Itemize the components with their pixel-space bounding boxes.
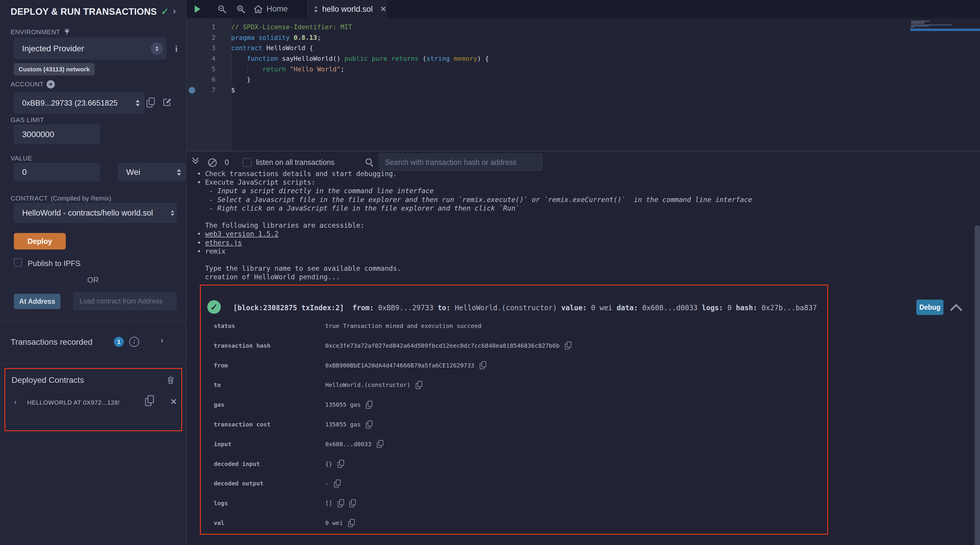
terminal-line: The following libraries are accessible: [197, 221, 752, 230]
tab-hello-world-sol[interactable]: hello world.sol ✕ [307, 0, 387, 18]
code-line[interactable]: $ [231, 85, 489, 96]
deploy-button[interactable]: Deploy [14, 233, 66, 250]
tx-summary-line[interactable]: [block:23082875 txIndex:2] from: 0xBB9..… [233, 304, 817, 312]
code-editor: Home hello world.sol ✕ 1234567 // SPDX-L… [186, 0, 980, 151]
environment-info-icon[interactable]: i [175, 44, 178, 54]
copy-value-icon[interactable] [480, 361, 486, 369]
line-number[interactable]: 4 [186, 53, 216, 64]
deploy-run-panel: DEPLOY & RUN TRANSACTIONS✓ › ENVIRONMENT… [0, 0, 186, 545]
deployed-contracts-title: Deployed Contracts [11, 375, 84, 385]
code-content[interactable]: // SPDX-License-Identifier: MITpragma so… [231, 22, 489, 96]
zoom-out-icon[interactable] [218, 5, 227, 14]
network-badge: Custom (43113) network [14, 63, 95, 75]
clear-console-icon[interactable] [208, 158, 217, 167]
value-input[interactable] [14, 163, 100, 182]
copy-value-icon[interactable] [334, 480, 340, 488]
run-script-play-icon[interactable] [194, 5, 201, 14]
search-icon [366, 158, 372, 164]
line-number[interactable]: 2 [186, 32, 216, 43]
transactions-expand-chevron-icon[interactable]: › [161, 336, 163, 345]
code-line[interactable]: return "Hello World"; [231, 64, 489, 75]
terminal-link[interactable]: ethers.js [205, 239, 242, 247]
copy-deployed-address-icon[interactable] [145, 395, 154, 406]
listen-transactions-checkbox[interactable] [243, 158, 251, 167]
tx-detail-label: decoded output [214, 479, 264, 488]
expand-terminal-icon[interactable] [193, 158, 198, 163]
copy-value-icon[interactable] [366, 401, 372, 409]
tx-success-check-icon: ✓ [207, 300, 221, 314]
line-number[interactable]: 5 [186, 64, 216, 75]
code-line[interactable]: pragma solidity 0.8.13; [231, 32, 489, 43]
terminal-line [197, 213, 752, 221]
editor-tabbar: Home hello world.sol ✕ [186, 0, 980, 18]
add-account-icon[interactable]: + [46, 80, 55, 88]
copy-value-icon[interactable] [349, 499, 356, 507]
zoom-in-icon[interactable] [237, 5, 246, 14]
tx-detail-label: from [214, 361, 228, 370]
panel-collapse-chevron-icon[interactable]: › [173, 5, 176, 16]
publish-ipfs-checkbox[interactable] [14, 258, 22, 267]
line-number[interactable]: 1 [186, 22, 216, 32]
terminal-line: - Input a script directly in the command… [197, 187, 752, 195]
tx-detail-label: input [214, 440, 231, 449]
remove-deployed-contract-icon[interactable]: ✕ [170, 397, 177, 406]
copy-value-icon[interactable] [348, 519, 355, 527]
terminal-line: • Check transactions details and start d… [197, 170, 752, 178]
tx-detail-row: val0 wei [201, 518, 820, 527]
code-line[interactable]: contract HelloWorld { [231, 43, 489, 53]
at-address-button[interactable]: At Address [14, 294, 60, 309]
code-line[interactable]: function sayHelloWorld() public pure ret… [231, 53, 489, 64]
copy-value-icon[interactable] [337, 460, 344, 468]
contract-select[interactable]: HelloWorld - contracts/hello world.sol [14, 203, 177, 223]
tab-home[interactable]: Home [267, 5, 288, 14]
tx-detail-row: logs[] [201, 499, 820, 508]
account-label: ACCOUNT + [11, 80, 55, 88]
environment-select[interactable]: Injected Provider [14, 38, 167, 60]
transactions-info-icon[interactable]: i [129, 337, 139, 347]
copy-value-icon[interactable] [337, 499, 344, 507]
load-contract-address-input[interactable] [73, 292, 177, 310]
tx-detail-value: 0xBB900BbE1A20dA4d474666B79a5fa6CE126297… [325, 361, 486, 370]
tx-detail-row: toHelloWorld.(constructor) [201, 381, 820, 389]
terminal-scrollbar[interactable] [975, 225, 980, 545]
terminal-link[interactable]: web3 version 1.5.2 [205, 230, 278, 238]
copy-value-icon[interactable] [416, 381, 422, 389]
deployed-contracts-highlight: Deployed Contracts › HELLOWORLD AT 0X972… [5, 368, 182, 431]
code-line[interactable]: // SPDX-License-Identifier: MIT [231, 22, 489, 32]
terminal-search-input[interactable] [379, 154, 542, 171]
copy-value-icon[interactable] [377, 440, 383, 448]
tx-detail-label: logs [214, 499, 228, 508]
minimap-line [911, 23, 924, 24]
terminal-line: - Select a Javascript file in the file e… [197, 196, 752, 204]
tx-detail-label: to [214, 381, 221, 389]
debug-button[interactable]: Debug [916, 300, 943, 315]
line-number[interactable]: 6 [186, 74, 216, 85]
tx-detail-label: gas [214, 400, 224, 409]
tx-detail-label: status [214, 322, 235, 330]
account-select-arrows-icon [135, 100, 140, 107]
terminal-line: • remix [197, 247, 752, 256]
copy-account-icon[interactable] [146, 97, 155, 108]
close-tab-icon[interactable]: ✕ [380, 5, 386, 13]
copy-value-icon[interactable] [366, 421, 372, 429]
tx-detail-row: input0x608...d0033 [201, 440, 820, 449]
value-unit-select[interactable]: Wei [118, 163, 186, 182]
home-icon[interactable] [253, 5, 263, 14]
transactions-count-badge: 1 [114, 337, 124, 347]
account-select[interactable]: 0xBB9...29733 (23.6651825 [14, 92, 145, 114]
trash-icon[interactable] [167, 375, 175, 384]
tx-detail-label: transaction hash [214, 341, 270, 350]
copy-value-icon[interactable] [565, 341, 571, 349]
line-number[interactable]: 7 [186, 85, 216, 96]
deployed-contract-item[interactable]: HELLOWORLD AT 0X972...12851 (B [27, 399, 119, 408]
tx-detail-value: 0 wei [325, 518, 355, 527]
gas-limit-input[interactable] [14, 124, 100, 145]
or-label: OR [0, 276, 186, 285]
value-label: VALUE [11, 155, 32, 162]
deployed-contract-expand-chevron-icon[interactable]: › [14, 398, 16, 406]
line-number[interactable]: 3 [186, 43, 216, 53]
code-line[interactable]: } [231, 74, 489, 85]
editor-minimap[interactable] [910, 19, 980, 55]
minimap-line [911, 27, 914, 28]
edit-account-icon[interactable] [163, 98, 172, 107]
